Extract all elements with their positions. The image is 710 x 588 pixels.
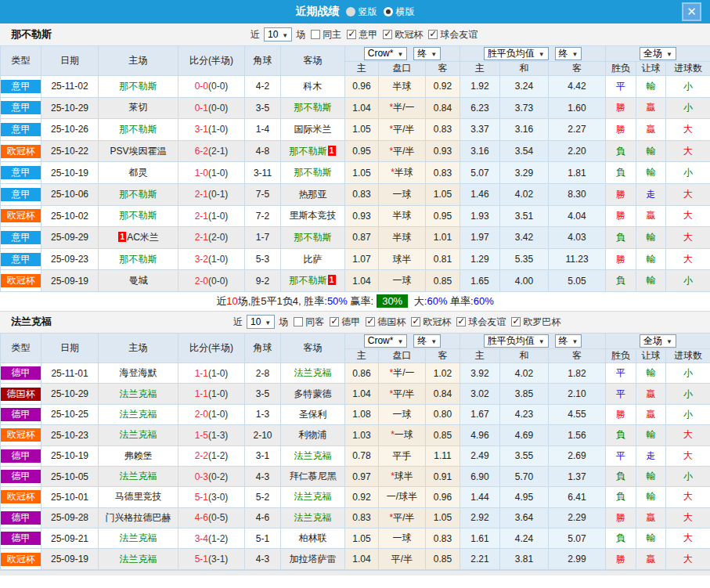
titlebar: 近期战绩 竖版 横版 ✕ [0,0,710,23]
odds-away: 0.96 [426,487,460,507]
avg-draw: 5.35 [500,248,549,270]
odds-handicap: 一球 [379,528,426,549]
league-checkbox-label[interactable]: 球会友谊 [468,316,506,327]
league-badge: 意甲 [1,123,41,136]
match-table: 类型 日期 主场 比分(半场) 角球 客场 Crow*终 胜平负均值终 全场 主… [0,333,710,570]
avg-away: 2.29 [549,507,606,528]
result-goals: 大 [666,183,710,205]
corner-count: 7-2 [245,205,281,227]
odds-away: 0.83 [426,119,460,141]
result-wdl: 負 [606,466,636,486]
odds-handicap: *平/半 [379,384,426,404]
odds-company-select[interactable]: Crow* [364,47,408,60]
fulltime-score: 2-1 [195,189,208,200]
col-odds-handicap: 盘口 [379,348,426,363]
fulltime-score: 3-4 [195,533,208,544]
halftime-score: (1-2) [208,450,228,461]
scope-select[interactable]: 全场 [640,334,676,348]
league-checkbox[interactable] [511,317,521,326]
away-team: 那不勒斯 [290,275,327,286]
avg-final-select[interactable]: 终 [555,334,582,348]
league-checkbox[interactable] [366,317,375,326]
recent-count-select[interactable]: 10 [247,315,275,329]
score-cell: 5-1(3-0) [178,487,245,507]
odds-home: 1.07 [345,248,379,270]
home-team: 法兰克福 [120,388,157,399]
handicap-star: * [389,124,393,135]
summary-segment: 50% [327,295,348,307]
league-checkbox[interactable] [411,317,420,326]
league-checkbox[interactable] [428,30,438,39]
radio-horizontal-label[interactable]: 横版 [396,5,415,19]
close-icon[interactable]: ✕ [682,2,701,21]
handicap-star: * [391,167,395,178]
scope-select[interactable]: 全场 [640,47,676,60]
avg-home: 1.97 [460,227,500,249]
stats-summary: 近10场,胜5平1负4, 胜率:50% 赢率:30% 大:60% 单率:60% [0,292,710,311]
league-checkbox[interactable] [347,30,356,39]
avg-type-select[interactable]: 胜平负均值 [484,334,549,348]
result-wdl: 勝 [606,205,636,227]
avg-type-select[interactable]: 胜平负均值 [484,47,549,60]
score-cell: 0-1(0-0) [178,97,245,119]
result-group-header: 全场 [606,46,710,62]
odds-away: 0.85 [426,270,460,292]
radio-horizontal-layout[interactable] [384,7,393,16]
league-badge: 欧冠杯 [1,145,41,158]
league-type-cell: 意甲 [1,162,41,184]
league-checkbox[interactable] [456,317,466,326]
league-checkbox-label[interactable]: 球会友谊 [440,29,478,40]
avg-home: 1.29 [460,248,500,270]
odds-handicap: *球半 [379,466,426,486]
odds-away: 0.83 [426,162,460,184]
league-checkbox-group: 意甲欧冠杯球会友谊 [341,28,478,41]
odds-home: 1.08 [345,404,379,424]
odds-away: 0.80 [426,404,460,424]
match-row: 德甲25-10-19弗赖堡2-2(1-2)3-1法兰克福0.78平手1.112.… [1,446,710,466]
avg-away: 6.41 [549,487,606,507]
same-venue-label[interactable]: 同主 [323,28,341,41]
league-type-cell: 欧冠杯 [1,140,41,162]
league-checkbox-label[interactable]: 德国杯 [377,316,405,327]
odds-handicap: 球半 [379,248,426,270]
avg-home: 2.49 [460,446,500,466]
league-checkbox-label[interactable]: 欧冠杯 [395,29,423,40]
result-wdl: 勝 [606,549,636,569]
col-away: 客场 [281,333,345,363]
odds-final-select[interactable]: 终 [413,334,441,348]
same-venue-label[interactable]: 同客 [305,316,324,329]
match-row: 德甲25-10-05法兰克福0-3(0-2)4-3拜仁慕尼黑0.97*球半0.9… [1,466,710,486]
league-checkbox-label[interactable]: 欧罗巴杯 [523,316,560,327]
away-team-cell: 那不勒斯1 [281,140,345,162]
col-date: 日期 [41,333,99,363]
league-type-cell: 德甲 [1,466,41,486]
score-cell: 2-2(1-2) [178,446,245,466]
fulltime-score: 4-6 [195,512,208,523]
corner-count: 5-2 [245,487,281,507]
filter-controls: 近 10 场 同主 意甲欧冠杯球会友谊 [250,27,478,41]
odds-final-select[interactable]: 终 [413,47,441,60]
odds-company-select[interactable]: Crow* [364,334,408,348]
league-checkbox[interactable] [383,30,392,39]
league-checkbox-label[interactable]: 欧冠杯 [423,316,451,327]
match-row: 欧冠杯25-10-01马德里竞技5-1(3-0)5-2法兰克福0.92一/球半0… [1,487,710,507]
summary-segment: 30% [377,294,408,308]
same-venue-checkbox[interactable] [311,30,320,39]
league-type-cell: 德甲 [1,446,41,466]
league-checkbox-label[interactable]: 意甲 [359,29,377,40]
result-wdl: 勝 [606,248,636,270]
same-venue-checkbox[interactable] [294,317,303,326]
avg-final-select[interactable]: 终 [555,47,582,60]
odds-away: 1.11 [426,446,460,466]
result-wdl: 負 [606,528,636,549]
odds-away: 0.81 [426,248,460,270]
radio-vertical-layout[interactable] [346,7,355,16]
league-type-cell: 意甲 [1,119,41,141]
league-badge: 意甲 [1,166,41,179]
recent-count-select[interactable]: 10 [264,27,292,41]
league-checkbox[interactable] [330,317,339,326]
league-checkbox-label[interactable]: 德甲 [341,316,360,327]
halftime-score: (1-0) [208,168,228,179]
radio-vertical-label[interactable]: 竖版 [359,5,377,19]
avg-home: 1.93 [460,205,500,227]
